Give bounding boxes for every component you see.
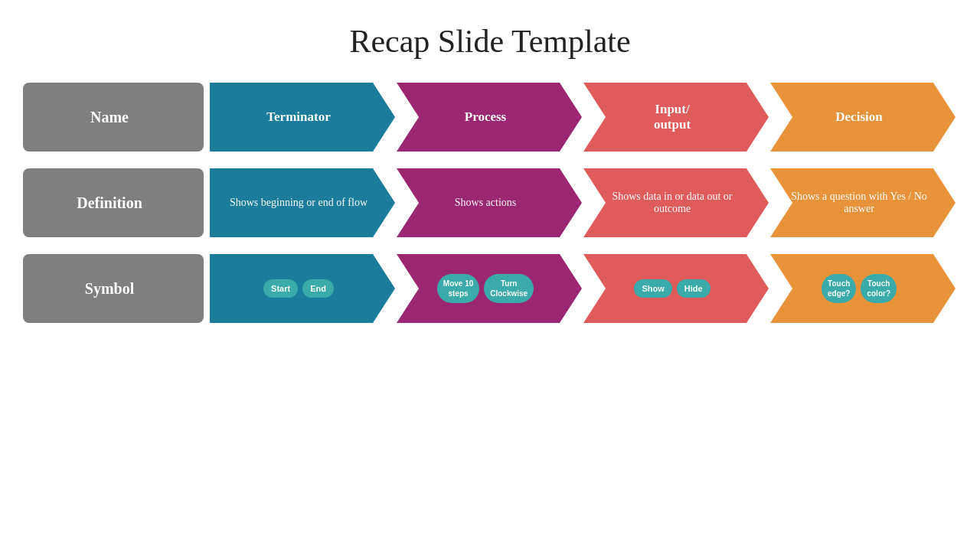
- bubble-touch-edge[interactable]: Touchedge?: [822, 274, 856, 303]
- bubble-end[interactable]: End: [302, 279, 334, 298]
- sym-cell-5: Touchedge? Touchcolor?: [770, 254, 956, 323]
- def-cell-1: Definition: [23, 168, 204, 237]
- bubble-turn[interactable]: TurnClockwise: [484, 274, 534, 303]
- bubble-show[interactable]: Show: [634, 279, 671, 298]
- sym-bubbles-4: Show Hide: [634, 279, 710, 298]
- sym-cell-2: Start End: [210, 254, 395, 323]
- sym-cell-3: Move 10steps TurnClockwise: [397, 254, 582, 323]
- sym-cell-1: Symbol: [23, 254, 204, 323]
- def-label-4: Shows data in or data out or outcome: [599, 191, 746, 215]
- page-title: Recap Slide Template: [349, 23, 630, 60]
- sym-bubbles-2: Start End: [263, 279, 334, 298]
- def-label-2: Shows beginning or end of flow: [230, 197, 368, 209]
- sym-bubbles-3: Move 10steps TurnClockwise: [437, 274, 534, 303]
- name-label-1: Name: [90, 109, 129, 126]
- name-label-4: Input/ output: [654, 102, 691, 132]
- bubble-move[interactable]: Move 10steps: [437, 274, 479, 303]
- def-cell-5: Shows a question with Yes / No answer: [770, 168, 956, 237]
- def-label-3: Shows actions: [455, 197, 517, 209]
- def-cell-2: Shows beginning or end of flow: [210, 168, 395, 237]
- name-label-5: Decision: [835, 109, 882, 125]
- sym-label-1: Symbol: [85, 280, 134, 298]
- name-label-3: Process: [465, 109, 506, 125]
- def-cell-4: Shows data in or data out or outcome: [583, 168, 769, 237]
- sym-bubbles-5: Touchedge? Touchcolor?: [822, 274, 897, 303]
- name-cell-3: Process: [397, 83, 582, 152]
- def-cell-3: Shows actions: [397, 168, 582, 237]
- name-cell-1: Name: [23, 83, 204, 152]
- sym-cell-4: Show Hide: [583, 254, 769, 323]
- main-grid: Name Terminator Process Input/ output De…: [23, 83, 957, 323]
- name-cell-5: Decision: [770, 83, 956, 152]
- name-cell-2: Terminator: [210, 83, 395, 152]
- bubble-touch-color[interactable]: Touchcolor?: [861, 274, 897, 303]
- bubble-start[interactable]: Start: [263, 279, 298, 298]
- def-label-1: Definition: [77, 194, 142, 212]
- name-cell-4: Input/ output: [583, 83, 769, 152]
- def-label-5: Shows a question with Yes / No answer: [786, 191, 933, 215]
- bubble-hide[interactable]: Hide: [677, 279, 710, 298]
- name-label-2: Terminator: [266, 109, 330, 125]
